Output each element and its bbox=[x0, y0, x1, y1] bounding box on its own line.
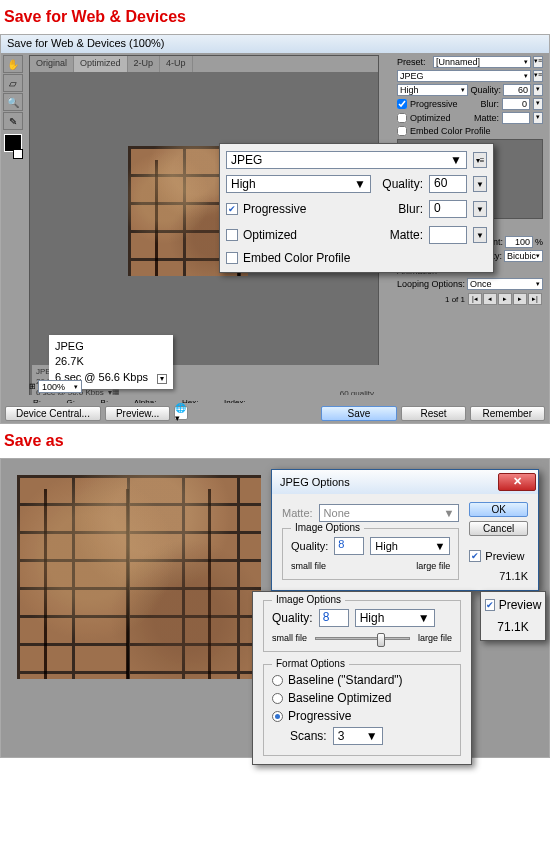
format-select[interactable]: JPEG▾ bbox=[397, 70, 531, 82]
device-central-button[interactable]: Device Central... bbox=[5, 406, 101, 421]
small-file-label: small file bbox=[291, 561, 326, 571]
blur-dd-icon[interactable]: ▾ bbox=[533, 98, 543, 110]
matte-label: Matte: bbox=[474, 113, 499, 123]
eyedropper-tool-icon[interactable]: ✎ bbox=[3, 112, 23, 130]
background-swatch[interactable] bbox=[13, 149, 23, 159]
anim-last-icon[interactable]: ▸| bbox=[528, 293, 542, 305]
popup-format-select[interactable]: JPEG▼ bbox=[226, 151, 467, 169]
heading-save-as: Save as bbox=[0, 424, 550, 458]
embed-label: Embed Color Profile bbox=[410, 126, 491, 136]
preset-menu-icon[interactable]: ▾≡ bbox=[533, 56, 543, 68]
radio-progressive[interactable]: Progressive bbox=[272, 707, 452, 725]
quality-dd-icon[interactable]: ▾ bbox=[533, 84, 543, 96]
quality-value[interactable]: 8 bbox=[334, 537, 364, 555]
matte-select[interactable]: None▼ bbox=[319, 504, 460, 522]
jpeg-options-dialog: JPEG Options ✕ Matte: None▼ Image Option… bbox=[271, 469, 539, 591]
popup-matte-swatch[interactable] bbox=[429, 226, 467, 244]
is-quality-select[interactable]: Bicubic▾ bbox=[504, 250, 543, 262]
quality-label: Quality: bbox=[470, 85, 501, 95]
format-menu-icon[interactable]: ▾≡ bbox=[533, 70, 543, 82]
popup-blur-dd-icon[interactable]: ▼ bbox=[473, 201, 487, 217]
popup-blur-value[interactable]: 0 bbox=[429, 200, 467, 218]
filesize-label: 71.1K bbox=[469, 566, 528, 582]
preview-checkbox[interactable]: ✔Preview bbox=[469, 550, 528, 562]
close-icon[interactable]: ✕ bbox=[498, 473, 536, 491]
save-button[interactable]: Save bbox=[321, 406, 398, 421]
popup-embed[interactable]: Embed Color Profile bbox=[226, 248, 487, 268]
zoom-tool-icon[interactable]: 🔍 bbox=[3, 93, 23, 111]
popup-quality-value[interactable]: 60 bbox=[429, 175, 467, 193]
remember-button[interactable]: Remember bbox=[470, 406, 545, 421]
info-size: 26.7K bbox=[55, 355, 84, 367]
optimized-label: Optimized bbox=[410, 113, 451, 123]
format-options-title: Format Options bbox=[272, 658, 349, 669]
popup-image-options-title: Image Options bbox=[272, 594, 345, 605]
info-format: JPEG bbox=[55, 340, 84, 352]
popup-quality-preset-select[interactable]: High▼ bbox=[226, 175, 371, 193]
image-options-title: Image Options bbox=[291, 522, 364, 533]
popup-blur-label: Blur: bbox=[377, 202, 423, 216]
quality-preset-select[interactable]: High▼ bbox=[370, 537, 450, 555]
animation-controls: |◂ ◂ ▸ ▸ ▸| bbox=[467, 292, 543, 306]
blur-label: Blur: bbox=[480, 99, 499, 109]
popup-optimized[interactable]: Optimized bbox=[226, 225, 371, 245]
popup-quality-preset-select[interactable]: High▼ bbox=[355, 609, 435, 627]
progressive-label: Progressive bbox=[410, 99, 458, 109]
popup-quality-dd-icon[interactable]: ▼ bbox=[473, 176, 487, 192]
tab-original[interactable]: Original bbox=[30, 56, 74, 72]
popup-quality-value[interactable]: 8 bbox=[319, 609, 349, 627]
anim-next-icon[interactable]: ▸ bbox=[513, 293, 527, 305]
popup-matte-dd-icon[interactable]: ▼ bbox=[473, 227, 487, 243]
anim-prev-icon[interactable]: ◂ bbox=[483, 293, 497, 305]
preset-select[interactable]: [Unnamed]▾ bbox=[433, 56, 531, 68]
tab-2up[interactable]: 2-Up bbox=[128, 56, 161, 72]
quality-preset-select[interactable]: High▾ bbox=[397, 84, 468, 96]
loop-select[interactable]: Once▾ bbox=[467, 278, 543, 290]
popup-format-menu-icon[interactable]: ▾≡ bbox=[473, 152, 487, 168]
progressive-checkbox[interactable] bbox=[397, 99, 407, 109]
radio-baseline[interactable]: Baseline ("Standard") bbox=[272, 671, 452, 689]
tool-column: ✋ ▱ 🔍 ✎ bbox=[3, 55, 27, 159]
preset-label: Preset: bbox=[397, 57, 431, 67]
popup-preview-checkbox[interactable]: ✔Preview bbox=[485, 598, 541, 612]
large-file-label: large file bbox=[416, 561, 450, 571]
radio-optimized[interactable]: Baseline Optimized bbox=[272, 689, 452, 707]
popup-progressive[interactable]: ✔Progressive bbox=[226, 199, 371, 219]
matte-label: Matte: bbox=[282, 507, 313, 519]
matte-dd-icon[interactable]: ▾ bbox=[533, 112, 543, 124]
slice-tool-icon[interactable]: ▱ bbox=[3, 74, 23, 92]
cancel-button[interactable]: Cancel bbox=[469, 521, 528, 536]
tab-optimized[interactable]: Optimized bbox=[74, 56, 128, 72]
frame-counter: 1 of 1 bbox=[397, 295, 465, 304]
dialog-buttons: Device Central... Preview... 🌐▾ Save Res… bbox=[1, 403, 549, 423]
scans-select[interactable]: 3▼ bbox=[333, 727, 383, 745]
popup-large-file: large file bbox=[418, 633, 452, 643]
popup-filesize: 71.1K bbox=[485, 612, 541, 634]
zoom-field[interactable]: ⊞ 100%▾ bbox=[29, 380, 82, 393]
blur-value[interactable]: 0 bbox=[502, 98, 530, 110]
optimized-checkbox[interactable] bbox=[397, 113, 407, 123]
hand-tool-icon[interactable]: ✋ bbox=[3, 55, 23, 73]
percent-value[interactable]: 100 bbox=[505, 236, 533, 248]
ok-button[interactable]: OK bbox=[469, 502, 528, 517]
dialog-title: JPEG Options bbox=[280, 476, 350, 488]
anim-play-icon[interactable]: ▸ bbox=[498, 293, 512, 305]
anim-first-icon[interactable]: |◂ bbox=[468, 293, 482, 305]
preview-popup: ✔Preview 71.1K bbox=[480, 591, 546, 641]
tab-4up[interactable]: 4-Up bbox=[160, 56, 193, 72]
percent-unit: % bbox=[535, 237, 543, 247]
heading-save-for-web: Save for Web & Devices bbox=[0, 0, 550, 34]
quality-value[interactable]: 60 bbox=[503, 84, 531, 96]
info-dropdown-icon[interactable]: ▾ bbox=[157, 374, 167, 384]
reset-button[interactable]: Reset bbox=[401, 406, 465, 421]
settings-zoom-popup: JPEG▼ ▾≡ High▼ Quality: 60 ▼ ✔Progressiv… bbox=[219, 143, 494, 273]
matte-swatch[interactable] bbox=[502, 112, 530, 124]
quality-label: Quality: bbox=[291, 540, 328, 552]
embed-checkbox[interactable] bbox=[397, 126, 407, 136]
popup-quality-label: Quality: bbox=[272, 611, 313, 625]
preview-button[interactable]: Preview... bbox=[105, 406, 170, 421]
browser-preview-icon[interactable]: 🌐▾ bbox=[174, 406, 188, 420]
window-title: Save for Web & Devices (100%) bbox=[1, 35, 549, 53]
quality-slider[interactable] bbox=[315, 637, 410, 640]
preview-tabs: Original Optimized 2-Up 4-Up bbox=[30, 56, 378, 72]
